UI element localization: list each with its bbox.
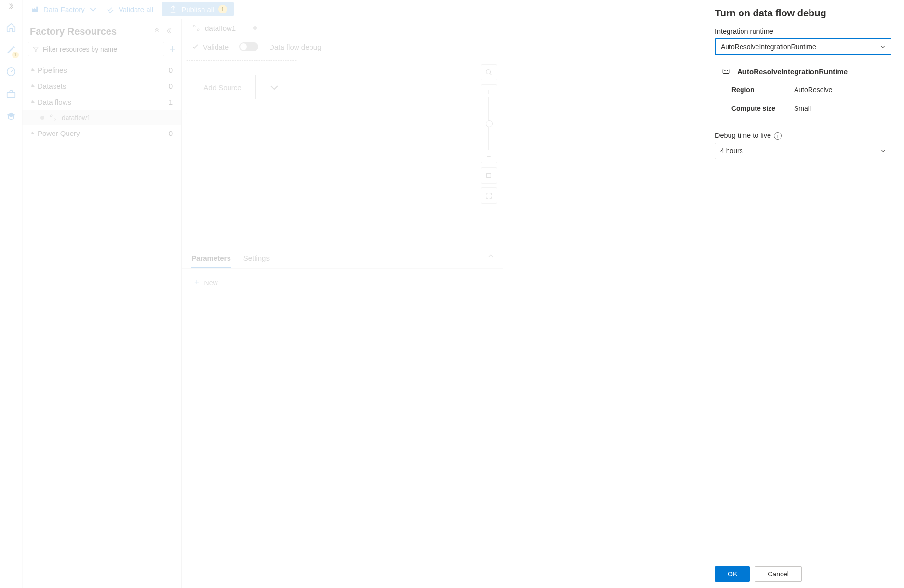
tab-parameters[interactable]: Parameters [191,254,231,268]
search-canvas-button[interactable] [481,64,497,80]
filter-icon [32,46,39,53]
svg-point-5 [197,29,199,31]
editor-tabbar: dataflow1 [182,19,503,37]
dataflow-debug-toggle[interactable] [239,42,258,51]
svg-rect-7 [487,174,491,178]
info-icon[interactable]: i [774,132,782,140]
top-toolbar: Data Factory Validate all Publish all 1 [22,0,234,18]
tab-dirty-dot-icon [253,26,257,30]
svg-rect-1 [7,92,15,97]
unsaved-dot-icon [40,116,44,120]
check-icon [191,43,199,51]
editor-area: dataflow1 Validate Data flow debug Add S… [181,19,503,588]
dataflow-icon [192,24,200,32]
integration-runtime-label: Integration runtime [715,27,891,35]
svg-point-4 [193,25,195,27]
zoom-thumb[interactable] [486,120,493,127]
factory-dropdown[interactable]: Data Factory [31,5,97,13]
dataflow-icon [49,114,57,121]
chevron-down-icon [880,148,886,154]
learn-graduation-icon[interactable] [5,110,17,122]
left-nav-rail: 1 [0,0,23,588]
svg-point-2 [50,115,52,117]
cancel-button[interactable]: Cancel [755,566,802,582]
editor-tab-dataflow1[interactable]: dataflow1 [182,19,268,37]
chevron-down-icon [89,5,97,13]
author-pencil-icon[interactable]: 1 [5,44,17,55]
ir-region-row: Region AutoResolve [724,80,891,99]
tree-item-dataflow1[interactable]: dataflow1 [22,110,181,125]
integration-runtime-icon [722,67,730,76]
collapse-all-icon[interactable] [153,27,160,36]
dataflow-canvas[interactable]: Add Source + − [182,56,503,247]
publish-all-button[interactable]: Publish all 1 [162,2,233,16]
validate-button[interactable]: Validate [191,43,229,51]
canvas-zoom-controls: + − [481,64,497,208]
zoom-slider[interactable]: + − [481,84,497,163]
ttl-label: Debug time to livei [715,132,891,140]
pencil-badge: 1 [12,52,19,58]
tree-section-datasets[interactable]: Datasets 0 [22,78,181,94]
collapse-bottom-panel-icon[interactable] [487,253,494,261]
svg-point-3 [54,119,56,120]
add-source-node[interactable]: Add Source [186,60,297,114]
debug-panel: Turn on data flow debug Integration runt… [702,0,904,588]
resources-title: Factory Resources [30,26,117,37]
new-parameter-button[interactable]: + New [182,269,503,296]
publish-count-badge: 1 [218,5,227,13]
filter-resources-input[interactable] [28,42,164,56]
selected-ir-header: AutoResolveIntegrationRuntime [722,67,891,76]
factory-label: Data Factory [43,5,85,13]
chevron-down-icon [880,44,886,50]
home-icon[interactable] [5,22,17,33]
ttl-select[interactable]: 4 hours [715,143,891,159]
integration-runtime-select[interactable]: AutoResolveIntegrationRuntime [715,38,891,55]
svg-point-0 [7,68,15,76]
collapse-panel-icon[interactable] [167,27,174,36]
svg-rect-8 [723,69,729,74]
panel-title: Turn on data flow debug [715,8,891,19]
chevron-down-icon [269,82,280,93]
fit-to-screen-button[interactable] [481,167,497,184]
svg-point-6 [486,70,491,74]
monitor-gauge-icon[interactable] [5,66,17,78]
add-resource-button[interactable]: + [169,43,175,55]
fullscreen-button[interactable] [481,187,497,204]
tree-section-pipelines[interactable]: Pipelines 0 [22,62,181,78]
tab-settings[interactable]: Settings [243,254,270,268]
ir-compute-row: Compute size Small [724,99,891,118]
manage-toolbox-icon[interactable] [5,88,17,100]
tree-section-powerquery[interactable]: Power Query 0 [22,125,181,141]
expand-rail-icon[interactable] [8,3,14,11]
ok-button[interactable]: OK [715,566,750,582]
factory-resources-panel: Factory Resources + Pipelines 0 Datasets… [22,19,182,588]
debug-toggle-label: Data flow debug [269,43,321,51]
tree-section-dataflows[interactable]: Data flows 1 [22,94,181,110]
validate-all-button[interactable]: Validate all [106,5,153,13]
